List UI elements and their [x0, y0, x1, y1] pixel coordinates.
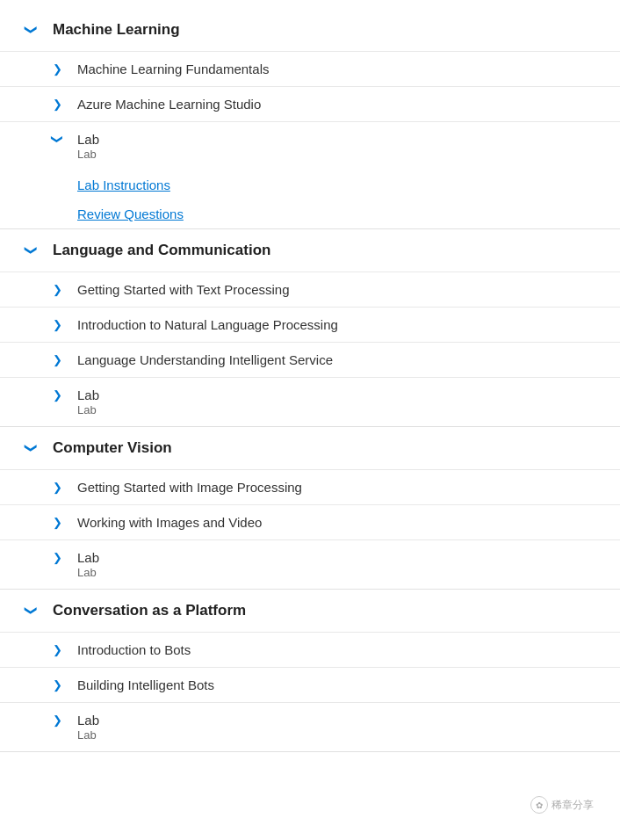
sub-item-title-ml-lab: Lab — [77, 132, 99, 147]
sub-item-conv-lab[interactable]: LabLab — [0, 702, 620, 751]
section-title-conversation-platform: Conversation as a Platform — [53, 602, 246, 619]
sub-item-chevron-ml-fundamentals — [53, 62, 65, 76]
sub-item-lang-lab[interactable]: LabLab — [0, 377, 620, 426]
sub-item-chevron-luis — [53, 353, 65, 366]
sub-item-title-ml-fundamentals: Machine Learning Fundamentals — [77, 62, 269, 76]
section-body-language-communication: Getting Started with Text ProcessingIntr… — [0, 272, 620, 426]
sub-item-content-ml-fundamentals: Machine Learning Fundamentals — [77, 62, 269, 76]
sub-item-chevron-lang-lab — [53, 388, 65, 402]
sub-item-chevron-text-processing — [53, 283, 65, 296]
section-chevron-computer-vision — [26, 441, 40, 455]
section-body-computer-vision: Getting Started with Image ProcessingWor… — [0, 469, 620, 589]
section-title-language-communication: Language and Communication — [53, 242, 270, 259]
sub-item-title-text-processing: Getting Started with Text Processing — [77, 282, 290, 297]
sub-item-chevron-azure-ml-studio — [53, 98, 65, 111]
sub-item-content-azure-ml-studio: Azure Machine Learning Studio — [77, 97, 261, 112]
sub-item-content-text-processing: Getting Started with Text Processing — [77, 282, 290, 297]
sub-item-title-intelligent-bots: Building Intelligent Bots — [77, 677, 214, 692]
sub-item-nlp-intro[interactable]: Introduction to Natural Language Process… — [0, 307, 620, 342]
sub-item-title-nlp-intro: Introduction to Natural Language Process… — [77, 317, 338, 332]
sub-item-intro-bots[interactable]: Introduction to Bots — [0, 632, 620, 667]
sub-item-intelligent-bots[interactable]: Building Intelligent Bots — [0, 667, 620, 702]
section-body-machine-learning: Machine Learning FundamentalsAzure Machi… — [0, 51, 620, 228]
sub-item-luis[interactable]: Language Understanding Intelligent Servi… — [0, 342, 620, 377]
sub-item-title-conv-lab: Lab — [77, 713, 99, 728]
sub-item-chevron-images-video — [53, 516, 65, 529]
watermark: ✿ 稀章分享 — [530, 796, 594, 814]
sub-item-title-lang-lab: Lab — [77, 387, 99, 402]
sub-item-subtitle-conv-lab: Lab — [77, 728, 99, 742]
section-chevron-language-communication — [26, 243, 40, 257]
sub-item-chevron-ml-lab — [53, 133, 65, 146]
sub-item-content-images-video: Working with Images and Video — [77, 515, 262, 530]
course-outline: Machine LearningMachine Learning Fundame… — [0, 0, 620, 761]
sub-item-subtitle-lang-lab: Lab — [77, 403, 99, 416]
section-header-language-communication[interactable]: Language and Communication — [0, 229, 620, 272]
sub-item-cv-lab[interactable]: LabLab — [0, 539, 620, 589]
section-language-communication: Language and CommunicationGetting Starte… — [0, 229, 620, 427]
section-header-conversation-platform[interactable]: Conversation as a Platform — [0, 590, 620, 632]
sub-item-chevron-image-processing — [53, 481, 65, 494]
sub-item-title-cv-lab: Lab — [77, 550, 99, 565]
section-machine-learning: Machine LearningMachine Learning Fundame… — [0, 9, 620, 229]
section-computer-vision: Computer VisionGetting Started with Imag… — [0, 427, 620, 590]
sub-item-chevron-intro-bots — [53, 643, 65, 656]
sub-item-content-image-processing: Getting Started with Image Processing — [77, 480, 302, 495]
section-header-machine-learning[interactable]: Machine Learning — [0, 9, 620, 51]
sub-item-content-intelligent-bots: Building Intelligent Bots — [77, 677, 214, 692]
sub-item-images-video[interactable]: Working with Images and Video — [0, 504, 620, 539]
sub-item-subtitle-cv-lab: Lab — [77, 566, 99, 579]
sub-item-title-image-processing: Getting Started with Image Processing — [77, 480, 302, 495]
section-title-computer-vision: Computer Vision — [53, 439, 172, 457]
section-header-computer-vision[interactable]: Computer Vision — [0, 427, 620, 469]
sub-item-azure-ml-studio[interactable]: Azure Machine Learning Studio — [0, 86, 620, 121]
sub-item-chevron-conv-lab — [53, 713, 65, 727]
sub-item-content-intro-bots: Introduction to Bots — [77, 642, 191, 657]
section-conversation-platform: Conversation as a PlatformIntroduction t… — [0, 590, 620, 752]
section-chevron-machine-learning — [26, 23, 40, 37]
sub-item-image-processing[interactable]: Getting Started with Image Processing — [0, 469, 620, 504]
sub-item-content-lang-lab: LabLab — [77, 387, 99, 416]
sub-item-title-luis: Language Understanding Intelligent Servi… — [77, 352, 333, 367]
sub-item-content-nlp-intro: Introduction to Natural Language Process… — [77, 317, 338, 332]
link-ml-review-questions[interactable]: Review Questions — [0, 199, 620, 228]
watermark-text: 稀章分享 — [552, 798, 594, 813]
link-ml-lab-instructions[interactable]: Lab Instructions — [0, 170, 620, 199]
sub-item-title-images-video: Working with Images and Video — [77, 515, 262, 530]
section-body-conversation-platform: Introduction to BotsBuilding Intelligent… — [0, 632, 620, 751]
sub-item-chevron-intelligent-bots — [53, 678, 65, 692]
watermark-icon: ✿ — [530, 796, 548, 814]
section-title-machine-learning: Machine Learning — [53, 21, 180, 39]
sub-item-text-processing[interactable]: Getting Started with Text Processing — [0, 272, 620, 307]
sub-item-content-luis: Language Understanding Intelligent Servi… — [77, 352, 333, 367]
sub-item-title-intro-bots: Introduction to Bots — [77, 642, 191, 657]
sub-item-content-ml-lab: LabLab — [77, 132, 99, 161]
section-chevron-conversation-platform — [26, 604, 40, 618]
sub-item-title-azure-ml-studio: Azure Machine Learning Studio — [77, 97, 261, 112]
sub-item-ml-fundamentals[interactable]: Machine Learning Fundamentals — [0, 51, 620, 86]
sub-item-ml-lab[interactable]: LabLab — [0, 121, 620, 170]
sub-item-content-cv-lab: LabLab — [77, 550, 99, 579]
sub-item-content-conv-lab: LabLab — [77, 713, 99, 742]
sub-item-chevron-cv-lab — [53, 551, 65, 564]
sub-item-subtitle-ml-lab: Lab — [77, 148, 99, 161]
sub-item-chevron-nlp-intro — [53, 318, 65, 331]
